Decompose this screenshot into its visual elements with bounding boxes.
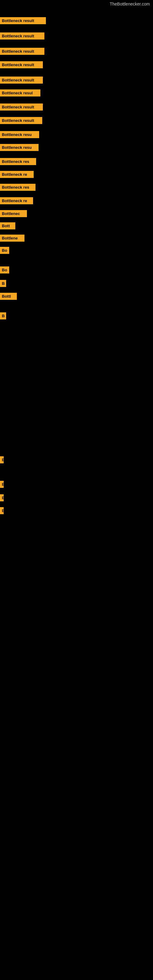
bottleneck-result-badge[interactable]: Bottleneck result [0,32,45,40]
bottleneck-result-badge[interactable]: Bottl [0,293,17,300]
bottleneck-result-badge[interactable]: Bottleneck resul [0,89,40,97]
bottleneck-result-badge[interactable]: Bottleneck res [0,184,35,191]
bottleneck-result-badge[interactable]: B [0,456,4,463]
bottleneck-result-badge[interactable]: Bottleneck result [0,76,43,84]
bottleneck-result-badge[interactable]: Bottleneck result [0,103,43,111]
bottleneck-result-badge[interactable]: B [0,481,4,488]
bottleneck-result-badge[interactable]: Bottleneck resu [0,144,38,151]
site-title: TheBottlenecker.com [0,0,153,8]
bottleneck-result-badge[interactable]: E [0,494,4,501]
bottleneck-result-badge[interactable]: Bottleneck result [0,61,43,68]
bottleneck-result-badge[interactable]: Bottlenec [0,210,27,217]
bottleneck-result-badge[interactable]: Bo [0,266,9,274]
bottleneck-result-badge[interactable]: Bottleneck res [0,158,36,165]
bottleneck-result-badge[interactable]: Bottleneck resu [0,131,39,138]
bottleneck-result-badge[interactable]: B [0,507,4,514]
bottleneck-result-badge[interactable]: B [0,312,6,320]
bottleneck-result-badge[interactable]: Bottleneck re [0,197,33,204]
bottleneck-result-badge[interactable]: Bo [0,247,9,254]
bottleneck-result-badge[interactable]: Bott [0,222,15,229]
bottleneck-result-badge[interactable]: Bottleneck re [0,171,33,178]
bottleneck-result-badge[interactable]: Bottleneck result [0,48,45,55]
bottleneck-result-badge[interactable]: Bottlene [0,235,24,242]
bottleneck-result-badge[interactable]: B [0,280,6,287]
bottleneck-result-badge[interactable]: Bottleneck result [0,17,46,24]
bottleneck-result-badge[interactable]: Bottleneck result [0,117,42,124]
